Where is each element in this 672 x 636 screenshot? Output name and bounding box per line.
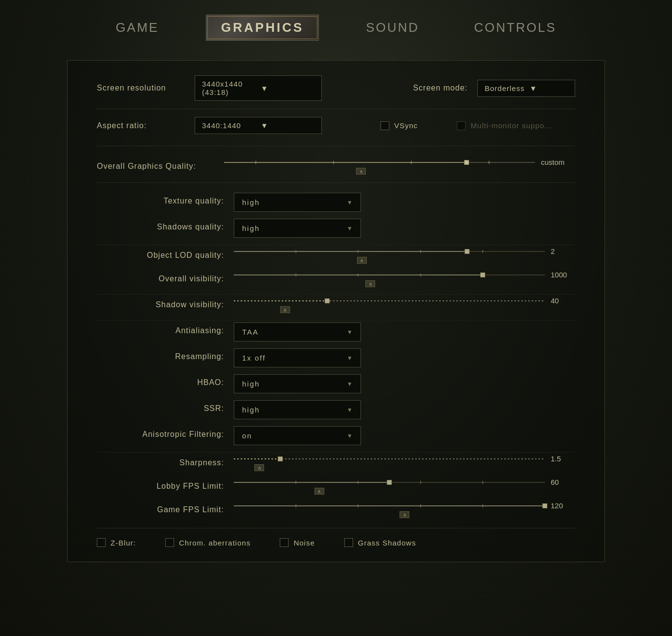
ssr-value: high xyxy=(242,406,342,414)
lobby_fps-content: 60∧ xyxy=(234,478,575,495)
overall-quality-row: Overall Graphics Quality: custom ∧ xyxy=(97,158,575,183)
sharpness-content: 1.5∧ xyxy=(234,454,575,471)
aspect-ratio-select[interactable]: 3440:1440 ▼ xyxy=(195,117,322,134)
overall-quality-slider-container: custom ∧ xyxy=(224,158,575,175)
hbao-label: HBAO: xyxy=(97,374,234,387)
multimonitor-checkbox[interactable] xyxy=(457,121,466,130)
hbao-dropdown[interactable]: high▼ xyxy=(234,374,361,393)
anisotropic-value: on xyxy=(242,432,342,440)
overall_visibility-label: Overall visibility: xyxy=(97,271,234,283)
vsync-checkbox[interactable] xyxy=(381,121,389,130)
object_lod-thumb[interactable] xyxy=(465,249,470,254)
texture_quality-label: Texture quality: xyxy=(97,193,234,205)
screen-mode-select[interactable]: Borderless ▼ xyxy=(477,80,575,97)
tab-graphics[interactable]: GRAPHICS xyxy=(206,15,319,41)
shadow_visibility-thumb[interactable] xyxy=(325,298,330,303)
game_fps-value: 120 xyxy=(551,501,575,510)
ssr-arrow: ▼ xyxy=(347,407,353,413)
grass_shadows-checkbox-box[interactable] xyxy=(344,538,353,547)
texture_quality-dropdown[interactable]: high▼ xyxy=(234,193,361,212)
bottom-checkbox-chrom_aberr[interactable]: Chrom. aberrations xyxy=(165,538,250,547)
overall-quality-chevron-row: ∧ xyxy=(224,168,498,175)
zblur-checkbox-box[interactable] xyxy=(97,538,106,547)
lobby_fps-track[interactable] xyxy=(234,482,545,483)
aspect-ratio-value: 3440:1440 xyxy=(202,121,256,130)
setting-row-ssr: SSR:high▼ xyxy=(97,400,575,419)
nav-tabs: GAME GRAPHICS SOUND CONTROLS xyxy=(0,15,672,41)
overall_visibility-value: 1000 xyxy=(551,271,575,279)
lobby_fps-slider-line: 60 xyxy=(234,478,575,486)
antialiasing-arrow: ▼ xyxy=(347,329,353,336)
screen-mode-value: Borderless xyxy=(485,84,525,92)
texture_quality-content: high▼ xyxy=(234,193,575,212)
screen-resolution-select[interactable]: 3440x1440 (43:18) ▼ xyxy=(195,75,322,101)
lobby_fps-value: 60 xyxy=(551,478,575,486)
tab-sound[interactable]: SOUND xyxy=(358,16,427,39)
sharpness-thumb[interactable] xyxy=(278,456,283,461)
shadows_quality-value: high xyxy=(242,224,342,232)
aspect-ratio-label: Aspect ratio: xyxy=(97,121,175,130)
noise-checkbox-box[interactable] xyxy=(280,538,289,547)
setting-row-game_fps: Game FPS Limit:120∧ xyxy=(97,501,575,518)
hbao-content: high▼ xyxy=(234,374,575,393)
overall_visibility-track[interactable] xyxy=(234,274,545,275)
tab-game[interactable]: GAME xyxy=(108,16,167,39)
shadow_visibility-slider-line: 40 xyxy=(234,296,575,305)
settings-list: Texture quality:high▼Shadows quality:hig… xyxy=(97,193,575,518)
lobby_fps-label: Lobby FPS Limit: xyxy=(97,478,234,491)
bottom-checkbox-grass_shadows[interactable]: Grass Shadows xyxy=(344,538,416,547)
settings-panel: Screen resolution 3440x1440 (43:18) ▼ Sc… xyxy=(67,60,605,562)
overall-quality-chevron[interactable]: ∧ xyxy=(356,168,366,175)
antialiasing-value: TAA xyxy=(242,328,342,336)
antialiasing-dropdown[interactable]: TAA▼ xyxy=(234,322,361,341)
resampling-content: 1x off▼ xyxy=(234,348,575,367)
game_fps-chevron[interactable]: ∧ xyxy=(400,511,409,518)
bottom-checkboxes-row: Z-Blur:Chrom. aberrationsNoiseGrass Shad… xyxy=(97,528,575,547)
page-container: GAME GRAPHICS SOUND CONTROLS Screen reso… xyxy=(0,0,672,636)
chrom_aberr-checkbox-box[interactable] xyxy=(165,538,174,547)
overall-quality-thumb[interactable] xyxy=(464,160,469,165)
game_fps-content: 120∧ xyxy=(234,501,575,518)
game_fps-thumb[interactable] xyxy=(542,503,547,508)
ssr-dropdown[interactable]: high▼ xyxy=(234,400,361,419)
shadow_visibility-track[interactable] xyxy=(234,300,545,301)
aspect-vsync-row: Aspect ratio: 3440:1440 ▼ VSync Multi-mo… xyxy=(97,117,575,146)
object_lod-track[interactable] xyxy=(234,251,545,252)
shadows_quality-dropdown[interactable]: high▼ xyxy=(234,219,361,238)
screen-resolution-value: 3440x1440 (43:18) xyxy=(202,80,256,96)
shadows_quality-arrow: ▼ xyxy=(347,225,353,232)
overall_visibility-chevron[interactable]: ∧ xyxy=(365,280,375,287)
antialiasing-content: TAA▼ xyxy=(234,322,575,341)
sharpness-chevron[interactable]: ∧ xyxy=(254,464,264,471)
setting-row-texture_quality: Texture quality:high▼ xyxy=(97,193,575,212)
overall_visibility-chevron-row: ∧ xyxy=(234,280,507,287)
lobby_fps-thumb[interactable] xyxy=(387,480,392,485)
shadow_visibility-chevron[interactable]: ∧ xyxy=(280,306,290,313)
object_lod-slider-line: 2 xyxy=(234,247,575,255)
bottom-checkbox-zblur[interactable]: Z-Blur: xyxy=(97,538,136,547)
lobby_fps-chevron[interactable]: ∧ xyxy=(314,488,324,495)
screen-mode-group: Screen mode: Borderless ▼ xyxy=(413,80,575,97)
game_fps-track[interactable] xyxy=(234,505,545,506)
hbao-arrow: ▼ xyxy=(347,381,353,387)
object_lod-chevron[interactable]: ∧ xyxy=(357,257,367,264)
resampling-dropdown[interactable]: 1x off▼ xyxy=(234,348,361,367)
sharpness-label: Sharpness: xyxy=(97,454,234,467)
setting-row-sharpness: Sharpness:1.5∧ xyxy=(97,454,575,471)
sharpness-track[interactable] xyxy=(234,458,545,459)
overall_visibility-thumb[interactable] xyxy=(480,273,485,277)
resampling-value: 1x off xyxy=(242,354,342,362)
shadow_visibility-content: 40∧ xyxy=(234,296,575,313)
overall-quality-track[interactable] xyxy=(224,162,535,163)
tab-controls[interactable]: CONTROLS xyxy=(466,16,564,39)
shadow_visibility-value: 40 xyxy=(551,296,575,305)
setting-row-anisotropic: Anisotropic Filtering:on▼ xyxy=(97,426,575,445)
screen-resolution-arrow: ▼ xyxy=(261,84,314,92)
ssr-label: SSR: xyxy=(97,400,234,413)
overall-quality-slider-track-line: custom xyxy=(224,158,575,166)
anisotropic-dropdown[interactable]: on▼ xyxy=(234,426,361,445)
setting-row-shadows_quality: Shadows quality:high▼ xyxy=(97,219,575,238)
resampling-label: Resampling: xyxy=(97,348,234,361)
bottom-checkbox-noise[interactable]: Noise xyxy=(280,538,314,547)
texture_quality-arrow: ▼ xyxy=(347,199,353,206)
